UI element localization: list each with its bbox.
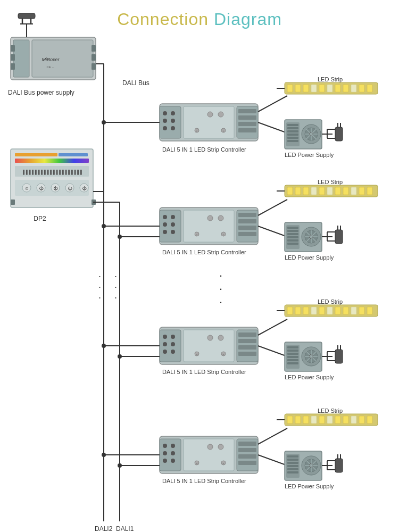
svg-rect-189: [285, 342, 322, 371]
svg-point-191: [305, 350, 318, 363]
svg-rect-259: [287, 455, 298, 458]
dali-bus-label-text: DALI Bus power supply: [8, 89, 74, 96]
svg-rect-58: [238, 115, 256, 120]
svg-rect-142: [287, 243, 298, 245]
svg-text:CE ···: CE ···: [46, 65, 54, 69]
svg-line-63: [258, 96, 287, 112]
led-strip-4-label: LED Strip: [318, 408, 343, 414]
led-strip-3-label: LED Strip: [318, 298, 343, 305]
svg-rect-74: [287, 124, 298, 126]
svg-rect-224: [160, 436, 258, 473]
svg-rect-17: [15, 153, 57, 156]
svg-rect-77: [287, 134, 298, 136]
ellipsis-vertical-5: ·: [114, 281, 117, 292]
svg-rect-203: [287, 362, 298, 364]
svg-point-129: [302, 227, 321, 246]
svg-rect-282: [359, 416, 364, 423]
svg-rect-275: [303, 416, 309, 423]
svg-rect-141: [287, 239, 298, 242]
svg-rect-19: [15, 159, 89, 163]
svg-point-229: [171, 444, 175, 448]
svg-rect-7: [92, 54, 96, 61]
svg-rect-262: [287, 465, 298, 467]
svg-point-247: [118, 463, 122, 468]
svg-point-123: [102, 224, 106, 228]
svg-rect-65: [285, 120, 322, 149]
svg-rect-263: [287, 468, 298, 470]
svg-line-249: [258, 455, 287, 466]
svg-rect-103: [160, 210, 181, 242]
svg-rect-202: [287, 359, 298, 361]
svg-rect-218: [335, 307, 340, 314]
svg-rect-117: [237, 210, 258, 242]
svg-line-195: [306, 352, 316, 361]
svg-rect-279: [335, 416, 340, 423]
svg-rect-6: [92, 45, 96, 52]
power-supply-4-label: LED Power Supply: [285, 483, 334, 489]
svg-point-184: [102, 344, 106, 348]
svg-rect-92: [319, 85, 325, 92]
svg-rect-78: [287, 137, 298, 139]
svg-point-165: [163, 335, 167, 339]
svg-rect-20: [15, 166, 89, 177]
svg-rect-1: [13, 40, 29, 77]
power-supply-3-label: LED Power Supply: [285, 374, 334, 380]
svg-rect-198: [287, 346, 298, 348]
svg-point-48: [171, 126, 175, 130]
svg-point-113: [195, 232, 199, 236]
dp2-device: ▐▐▐▐▐▐▐▐▐▐▐▐▐▐▐▐▐▐▐▐ ⊙ ⏻ ⏻ ⏻ ⏻: [11, 149, 96, 207]
controller-1-label: DALI 5 IN 1 LED Strip Controller: [162, 146, 246, 153]
svg-rect-139: [287, 233, 298, 235]
svg-point-253: [309, 463, 313, 468]
svg-point-169: [171, 342, 175, 346]
svg-rect-180: [238, 339, 256, 343]
svg-point-251: [302, 456, 321, 475]
svg-point-27: [80, 184, 88, 192]
svg-rect-128: [285, 222, 322, 252]
svg-rect-278: [327, 416, 332, 423]
svg-point-186: [118, 354, 122, 359]
svg-text:+: +: [196, 129, 198, 132]
svg-rect-158: [343, 187, 348, 195]
svg-rect-151: [287, 187, 293, 195]
svg-rect-200: [287, 353, 298, 355]
center-ellipsis: ·: [219, 269, 222, 282]
svg-rect-179: [238, 332, 256, 337]
svg-rect-73: [286, 122, 300, 146]
svg-line-257: [306, 461, 316, 470]
svg-rect-154: [311, 187, 317, 195]
svg-rect-274: [295, 416, 301, 423]
svg-text:·: ·: [219, 282, 222, 295]
led-strip-1-label: LED Strip: [318, 76, 343, 82]
svg-point-106: [163, 230, 167, 234]
svg-rect-208: [335, 350, 343, 363]
svg-rect-197: [286, 345, 300, 369]
svg-line-127: [258, 226, 287, 237]
svg-line-134: [306, 232, 316, 242]
svg-line-126: [258, 200, 287, 215]
svg-rect-221: [359, 307, 364, 314]
led-strip-3: [277, 305, 378, 317]
svg-rect-272: [285, 414, 378, 426]
svg-rect-76: [287, 130, 298, 132]
svg-rect-219: [343, 307, 348, 314]
svg-rect-88: [287, 85, 293, 92]
svg-point-66: [302, 124, 321, 144]
svg-rect-232: [184, 439, 234, 471]
svg-rect-60: [238, 128, 256, 132]
svg-rect-260: [287, 459, 298, 461]
svg-text:+: +: [196, 462, 198, 465]
ellipsis-vertical-3: ·: [98, 292, 103, 303]
svg-line-71: [306, 129, 316, 139]
dali2-label: DALI2: [95, 525, 113, 532]
title-connection: Connection: [117, 10, 209, 29]
svg-text:⏻: ⏻: [39, 186, 44, 191]
led-strip-2: [277, 185, 378, 197]
svg-text:⏻: ⏻: [68, 186, 72, 191]
power-supply-2: [285, 222, 343, 252]
svg-line-256: [306, 461, 316, 470]
svg-line-248: [258, 428, 287, 444]
svg-rect-156: [327, 187, 332, 195]
svg-point-233: [207, 444, 213, 450]
svg-rect-2: [32, 40, 93, 77]
